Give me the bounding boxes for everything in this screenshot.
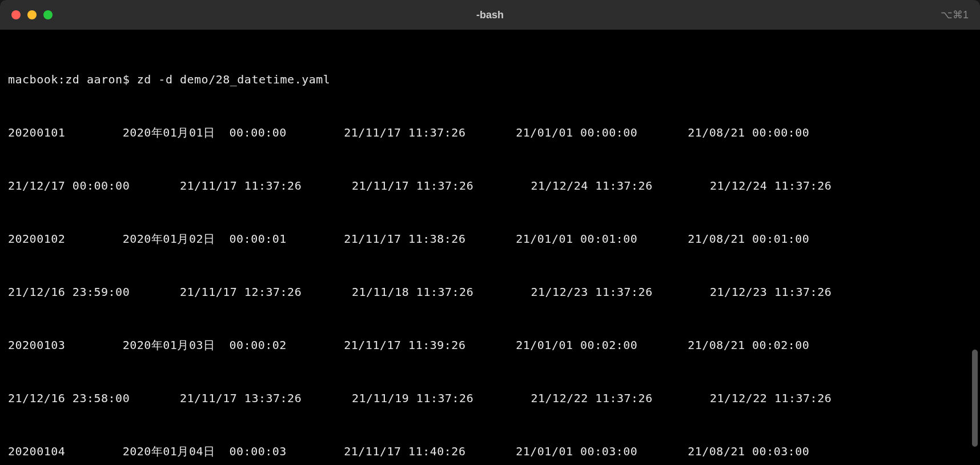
minimize-button[interactable] <box>27 10 37 19</box>
close-button[interactable] <box>11 10 21 19</box>
traffic-lights <box>11 10 53 19</box>
output-line: 20200103 2020年01月03日 00:00:02 21/11/17 1… <box>8 336 972 354</box>
output-line: 21/12/17 00:00:00 21/11/17 11:37:26 21/1… <box>8 177 972 195</box>
window-shortcut: ⌥⌘1 <box>941 9 969 21</box>
output-line: 21/12/16 23:58:00 21/11/17 13:37:26 21/1… <box>8 390 972 407</box>
window-title: -bash <box>476 9 504 21</box>
output-line: 20200102 2020年01月02日 00:00:01 21/11/17 1… <box>8 230 972 248</box>
output-line: 20200104 2020年01月04日 00:00:03 21/11/17 1… <box>8 443 972 460</box>
terminal-window: -bash ⌥⌘1 macbook:zd aaron$ zd -d demo/2… <box>0 0 980 465</box>
scrollbar-thumb[interactable] <box>972 350 978 447</box>
command-line: macbook:zd aaron$ zd -d demo/28_datetime… <box>8 71 972 89</box>
maximize-button[interactable] <box>43 10 53 19</box>
output-line: 20200101 2020年01月01日 00:00:00 21/11/17 1… <box>8 124 972 142</box>
terminal-body[interactable]: macbook:zd aaron$ zd -d demo/28_datetime… <box>0 30 980 465</box>
output-line: 21/12/16 23:59:00 21/11/17 12:37:26 21/1… <box>8 283 972 301</box>
titlebar: -bash ⌥⌘1 <box>0 0 980 30</box>
